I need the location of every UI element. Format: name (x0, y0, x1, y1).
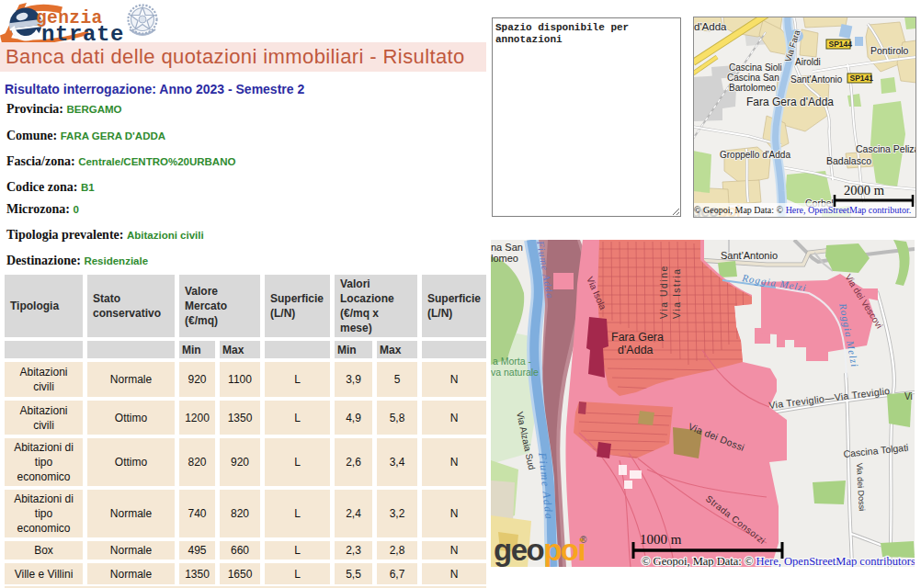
svg-text:lomeo: lomeo (491, 253, 518, 264)
svg-text:Bartolomeo: Bartolomeo (729, 83, 777, 93)
svg-text:1000 m: 1000 m (640, 532, 682, 547)
svg-text:Cascina Peliza: Cascina Peliza (856, 143, 916, 154)
svg-text:© Geopoi, Map Data: © Here, Op: © Geopoi, Map Data: © Here, OpenStreetMa… (694, 205, 911, 215)
svg-text:Sant'Antonio: Sant'Antonio (721, 250, 778, 261)
svg-text:Cascina San: Cascina San (727, 73, 779, 83)
svg-text:© Geopoi, Map Data: © Here, Op: © Geopoi, Map Data: © Here, OpenStreetMa… (642, 555, 915, 567)
svg-text:SP141: SP141 (850, 74, 874, 83)
svg-text:®: ® (580, 535, 587, 545)
svg-text:2000 m: 2000 m (844, 183, 885, 198)
svg-text:Airoldi: Airoldi (795, 57, 821, 67)
svg-text:geopoi: geopoi (494, 533, 585, 567)
svg-text:Cascina Sioli: Cascina Sioli (729, 62, 782, 73)
svg-text:Fara Gera: Fara Gera (611, 331, 664, 344)
svg-text:Badalasco: Badalasco (826, 155, 871, 166)
svg-text:Pontirolo: Pontirolo (870, 45, 909, 56)
svg-text:d'Adda: d'Adda (618, 344, 654, 356)
svg-text:Via Udine: Via Udine (658, 265, 669, 319)
svg-text:Via Istria: Via Istria (671, 267, 682, 319)
svg-text:SP144: SP144 (829, 40, 853, 49)
svg-text:d'Adda: d'Adda (694, 21, 727, 32)
svg-text:va naturale: va naturale (491, 367, 539, 378)
svg-text:Fara Gera d'Adda: Fara Gera d'Adda (746, 96, 834, 108)
svg-text:a Morta -: a Morta - (493, 356, 532, 367)
svg-text:Vi: Vi (904, 391, 913, 401)
svg-text:Groppello d'Adda: Groppello d'Adda (720, 150, 790, 160)
svg-text:na San: na San (491, 242, 523, 253)
svg-text:Sant'Antonio: Sant'Antonio (790, 74, 843, 85)
